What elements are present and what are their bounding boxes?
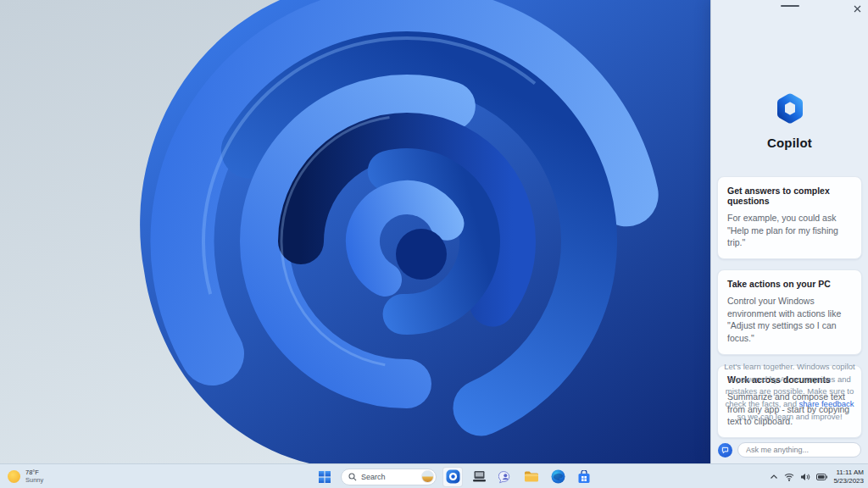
sun-icon bbox=[8, 470, 20, 483]
copilot-icon bbox=[446, 469, 460, 484]
weather-condition: Sunny bbox=[25, 477, 43, 485]
card-title: Get answers to complex questions bbox=[727, 186, 852, 206]
volume-icon[interactable] bbox=[800, 473, 810, 481]
taskbar-copilot-button[interactable] bbox=[442, 467, 463, 487]
search-placeholder: Search bbox=[361, 473, 417, 481]
hidden-icons-chevron-icon[interactable] bbox=[770, 474, 778, 480]
taskbar-store-button[interactable] bbox=[574, 467, 594, 487]
share-feedback-link[interactable]: share feedback bbox=[799, 399, 854, 408]
taskbar-desktop-app-button[interactable] bbox=[469, 467, 489, 487]
taskbar: 78°F Sunny bbox=[0, 463, 868, 488]
clock-date: 5/23/2023 bbox=[833, 477, 864, 485]
search-box[interactable]: Search bbox=[341, 469, 437, 485]
wifi-icon[interactable] bbox=[784, 473, 794, 481]
start-button[interactable] bbox=[314, 467, 335, 487]
clock-time: 11:11 AM bbox=[833, 469, 864, 477]
battery-icon[interactable] bbox=[816, 474, 827, 480]
copilot-panel: Copilot Get answers to complex questions… bbox=[710, 0, 868, 463]
file-explorer-icon bbox=[524, 470, 539, 483]
panel-drag-handle[interactable] bbox=[781, 5, 799, 7]
screen: Copilot Get answers to complex questions… bbox=[0, 0, 868, 488]
taskbar-center: Search bbox=[314, 464, 594, 488]
weather-widget[interactable]: 78°F Sunny bbox=[8, 464, 43, 488]
panel-title: Copilot bbox=[711, 136, 868, 150]
taskbar-chat-button[interactable] bbox=[495, 467, 515, 487]
card-complex-questions[interactable]: Get answers to complex questions For exa… bbox=[717, 176, 862, 259]
clock[interactable]: 11:11 AM 5/23/2023 bbox=[833, 469, 864, 485]
bing-daily-image-icon bbox=[421, 470, 434, 483]
desktop-app-icon bbox=[472, 470, 487, 483]
windows-logo-icon bbox=[319, 471, 331, 483]
taskbar-file-explorer-button[interactable] bbox=[521, 467, 542, 487]
search-icon bbox=[348, 473, 357, 481]
disclaimer-text: so we can learn and improve! bbox=[737, 412, 842, 421]
tray-icons bbox=[770, 473, 827, 481]
chat-input-row bbox=[718, 442, 861, 458]
taskbar-edge-button[interactable] bbox=[548, 467, 568, 487]
edge-icon bbox=[551, 469, 565, 484]
chat-icon bbox=[498, 470, 513, 484]
card-title: Take actions on your PC bbox=[727, 279, 852, 289]
card-take-actions[interactable]: Take actions on your PC Control your Win… bbox=[717, 269, 862, 355]
compose-icon[interactable] bbox=[718, 443, 732, 458]
weather-text: 78°F Sunny bbox=[25, 469, 43, 484]
close-icon[interactable] bbox=[851, 3, 863, 14]
ask-me-anything-input[interactable] bbox=[737, 442, 861, 458]
microsoft-store-icon bbox=[577, 470, 591, 484]
card-body: For example, you could ask "Help me plan… bbox=[727, 212, 852, 249]
system-tray: 11:11 AM 5/23/2023 bbox=[770, 464, 864, 488]
ai-disclaimer: Let's learn together. Windows copilot is… bbox=[722, 361, 857, 424]
copilot-logo-icon bbox=[775, 93, 805, 124]
card-body: Control your Windows environment with ac… bbox=[727, 295, 852, 345]
